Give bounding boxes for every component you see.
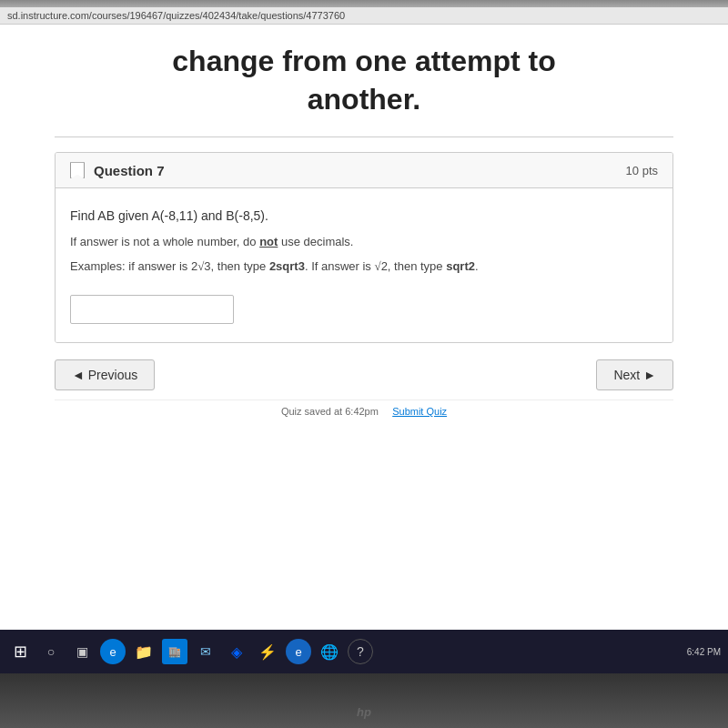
hp-logo: hp [357,705,371,719]
heading-line2: another. [55,81,673,119]
ie-icon[interactable]: e [286,639,311,664]
search-icon-taskbar[interactable]: ○ [38,639,64,664]
power-icon[interactable]: ⚡ [255,639,280,664]
taskbar: ⊞ ○ ▣ e 📁 🏬 ✉ ◈ ⚡ e 🌐 ? 6:42 PM [0,630,728,673]
task-view-icon[interactable]: ▣ [69,639,95,664]
question-example: Examples: if answer is 2√3, then type 2s… [70,258,658,277]
mail-icon[interactable]: ✉ [193,639,218,664]
screen-bezel-bottom: hp [0,673,728,728]
next-button[interactable]: Next ► [596,359,673,390]
submit-quiz-link[interactable]: Submit Quiz [392,406,447,417]
answer-input[interactable] [70,295,234,324]
question-header-left: Question 7 [70,162,165,178]
browser-area: sd.instructure.com/courses/196467/quizze… [0,7,728,630]
question-prompt: Find AB given A(-8,11) and B(-8,5). [70,207,658,226]
bookmark-icon[interactable] [70,162,85,178]
screen: sd.instructure.com/courses/196467/quizze… [0,0,728,728]
question-card: Question 7 10 pts Find AB given A(-8,11)… [55,152,673,343]
question-points: 10 pts [626,164,658,177]
divider [55,136,673,137]
note-bold: not [259,235,278,248]
note-suffix: use decimals. [278,235,353,248]
question-header: Question 7 10 pts [56,153,672,188]
question-body: Find AB given A(-8,11) and B(-8,5). If a… [56,188,672,342]
screen-bezel-top [0,0,728,7]
page-heading: change from one attempt to another. [55,34,673,118]
folder-icon[interactable]: 📁 [131,639,157,664]
dropbox-icon[interactable]: ◈ [224,639,249,664]
help-icon[interactable]: ? [348,639,373,664]
question-title: Question 7 [94,163,165,178]
note-prefix: If answer is not a whole number, do [70,235,259,248]
store-icon[interactable]: 🏬 [162,639,187,664]
chrome-icon[interactable]: 🌐 [317,639,342,664]
page-content: change from one attempt to another. Ques… [0,25,728,630]
nav-buttons: ◄ Previous Next ► [55,343,673,399]
question-note: If answer is not a whole number, do not … [70,235,658,248]
quiz-saved-text: Quiz saved at 6:42pm [281,406,379,417]
heading-line1: change from one attempt to [55,43,673,81]
taskbar-time: 6:42 PM [687,647,721,657]
windows-icon[interactable]: ⊞ [7,639,33,664]
previous-button[interactable]: ◄ Previous [55,359,155,390]
edge-icon[interactable]: e [100,639,126,664]
url-text: sd.instructure.com/courses/196467/quizze… [7,10,345,21]
url-bar: sd.instructure.com/courses/196467/quizze… [0,7,728,25]
quiz-saved-bar: Quiz saved at 6:42pm Submit Quiz [55,399,673,422]
